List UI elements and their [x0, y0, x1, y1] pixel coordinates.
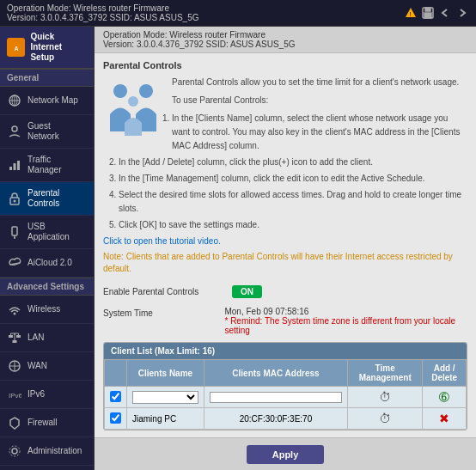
- col-time-management: TimeManagement: [348, 360, 423, 387]
- svg-point-20: [14, 313, 16, 315]
- header-version: Version: 3.0.0.4.376_3792 SSID: ASUS ASU…: [103, 40, 467, 49]
- sidebar: A Quick Internet Setup General Network M…: [0, 27, 95, 470]
- svg-rect-4: [424, 13, 431, 18]
- sidebar-item-label: Wireless: [27, 304, 60, 314]
- sidebar-item-parental-controls[interactable]: ParentalControls: [0, 182, 94, 216]
- sidebar-item-firewall[interactable]: Firewall: [0, 409, 94, 437]
- description-area: Parental Controls allow you to set the t…: [103, 76, 467, 246]
- instruction-2: In the [Add / Delete] column, click the …: [119, 156, 467, 169]
- row1-add-delete-cell: ➅: [423, 387, 467, 408]
- row1-checkbox[interactable]: [110, 391, 121, 402]
- svg-rect-17: [12, 227, 17, 235]
- svg-point-39: [113, 84, 127, 98]
- row2-checkbox[interactable]: [110, 412, 121, 424]
- svg-rect-3: [425, 8, 430, 11]
- row2-delete-icon[interactable]: ✖: [439, 412, 449, 425]
- svg-rect-21: [9, 335, 13, 338]
- client-table-header: Client List (Max Limit: 16): [104, 343, 467, 359]
- top-bar: Operation Mode: Wireless router Firmware…: [0, 0, 476, 27]
- svg-text:A: A: [14, 46, 18, 52]
- sidebar-item-label: WAN: [27, 361, 47, 371]
- sidebar-item-wan[interactable]: WAN: [0, 352, 94, 381]
- svg-point-33: [12, 449, 17, 454]
- row2-mac-cell: 20:CF:30:0F:3E:70: [204, 408, 347, 430]
- sidebar-item-label: IPv6: [27, 389, 45, 400]
- forward-icon[interactable]: [455, 6, 469, 20]
- row1-mac-input[interactable]: [210, 392, 342, 403]
- row1-time-mgmt-icon[interactable]: ⏱: [379, 390, 391, 404]
- tutorial-link[interactable]: Click to open the tutorial video.: [103, 236, 221, 246]
- back-icon[interactable]: [438, 6, 452, 20]
- sidebar-item-lan[interactable]: LAN: [0, 324, 94, 352]
- content-header: Operation Mode: Wireless router Firmware…: [95, 27, 476, 53]
- svg-text:!: !: [410, 11, 412, 17]
- system-time-warning[interactable]: * Remind: The System time zone is differ…: [224, 316, 467, 335]
- sidebar-item-administration[interactable]: Administration: [0, 437, 94, 466]
- sidebar-logo-text: Quick Internet Setup: [30, 32, 87, 63]
- svg-point-34: [9, 446, 20, 456]
- sidebar-item-network-map[interactable]: Network Map: [0, 87, 94, 115]
- family-icon: [103, 76, 163, 142]
- sidebar-item-aicloud[interactable]: AiCloud 2.0: [0, 249, 94, 278]
- svg-text:IPv6: IPv6: [9, 392, 21, 400]
- system-time-info: Mon, Feb 09 07:58:16 * Remind: The Syste…: [224, 307, 467, 335]
- client-table: Clients Name Clients MAC Address TimeMan…: [104, 359, 467, 430]
- enable-toggle[interactable]: ON: [232, 285, 262, 298]
- row2-time-mgmt-cell: ⏱: [348, 408, 423, 430]
- main-content: Operation Mode: Wireless router Firmware…: [95, 27, 476, 470]
- sidebar-logo[interactable]: A Quick Internet Setup: [0, 27, 94, 69]
- lan-icon: [7, 330, 22, 345]
- traffic-manager-icon: [7, 157, 22, 173]
- col-clients-name: Clients Name: [127, 360, 204, 387]
- sidebar-item-label: Firewall: [27, 418, 57, 428]
- usb-icon: [7, 224, 22, 240]
- svg-point-40: [139, 84, 153, 98]
- row2-name-cell: Jiaming PC: [127, 408, 204, 430]
- row1-name-cell: [127, 387, 204, 408]
- sidebar-item-guest-network[interactable]: GuestNetwork: [0, 115, 94, 149]
- system-time-row: System Time Mon, Feb 09 07:58:16 * Remin…: [103, 307, 467, 335]
- save-icon[interactable]: [421, 6, 435, 20]
- wan-icon: [7, 358, 22, 374]
- general-section-header: General: [0, 69, 94, 87]
- warning-icon[interactable]: !: [404, 6, 418, 20]
- mode-label: Operation Mode: Wireless router Firmware: [7, 3, 198, 13]
- advanced-section-header: Advanced Settings: [0, 278, 94, 296]
- ipv6-icon: IPv6: [7, 387, 22, 402]
- administration-icon: [7, 443, 22, 459]
- sidebar-item-label: GuestNetwork: [27, 121, 59, 142]
- col-clients-mac: Clients MAC Address: [204, 360, 347, 387]
- row2-time-mgmt-icon[interactable]: ⏱: [379, 412, 391, 425]
- sidebar-item-ipv6[interactable]: IPv6 IPv6: [0, 381, 94, 409]
- svg-point-11: [12, 126, 17, 131]
- sidebar-item-label: TrafficManager: [27, 155, 61, 175]
- instruction-1: In the [Clients Name] column, select the…: [119, 112, 467, 153]
- sidebar-item-label: ParentalControls: [27, 188, 59, 209]
- apply-button[interactable]: Apply: [247, 445, 325, 464]
- svg-point-16: [14, 200, 16, 203]
- apply-section: Apply: [95, 437, 476, 470]
- aicloud-icon: [7, 255, 22, 271]
- instruction-5: Click [OK] to save the settings made.: [119, 218, 467, 232]
- sidebar-item-system-log[interactable]: System Log: [0, 466, 94, 470]
- header-mode: Operation Mode: Wireless router Firmware: [103, 30, 467, 40]
- page-title: Parental Controls: [103, 60, 467, 70]
- enable-label: Enable Parental Controls: [103, 287, 223, 296]
- sidebar-item-label: LAN: [27, 333, 44, 343]
- top-bar-icons: !: [404, 6, 469, 20]
- sidebar-item-wireless[interactable]: Wireless: [0, 296, 94, 324]
- row1-add-icon[interactable]: ➅: [439, 390, 449, 404]
- note-text: Note: Clients that are added to Parental…: [103, 251, 467, 275]
- svg-rect-13: [14, 163, 16, 170]
- row1-name-select[interactable]: [132, 391, 198, 404]
- svg-point-41: [128, 96, 138, 107]
- row1-mac-cell: [204, 387, 347, 408]
- instruction-3: In the [Time Management] column, click t…: [119, 172, 467, 186]
- svg-rect-14: [17, 161, 20, 170]
- sidebar-item-traffic-manager[interactable]: TrafficManager: [0, 149, 94, 182]
- content-body: Parental Controls: [95, 53, 476, 437]
- system-time-value: Mon, Feb 09 07:58:16: [224, 307, 467, 316]
- version-label: Version: 3.0.0.4.376_3792 SSID: ASUS ASU…: [7, 13, 198, 22]
- sidebar-item-usb-application[interactable]: USBApplication: [0, 216, 94, 249]
- svg-rect-23: [13, 340, 17, 343]
